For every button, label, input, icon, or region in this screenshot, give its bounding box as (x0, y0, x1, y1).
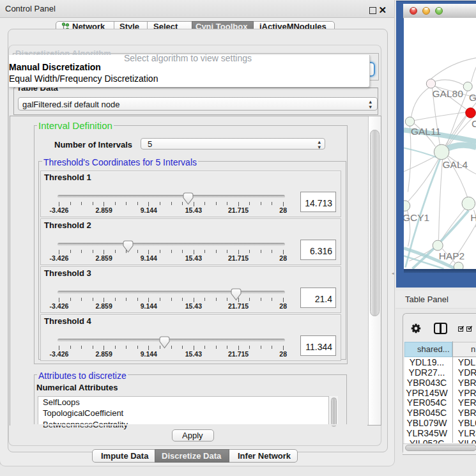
svg-text:HIS4: HIS4 (470, 211, 476, 222)
svg-text:GAL11: GAL11 (410, 126, 440, 137)
svg-text:GAL4: GAL4 (442, 158, 468, 169)
svg-text:GCY1: GCY1 (404, 211, 429, 222)
svg-text:GAL80: GAL80 (432, 88, 463, 98)
svg-text:HAP2: HAP2 (438, 250, 464, 261)
svg-text:CDC6: CDC6 (472, 118, 476, 128)
svg-text:GAL2: GAL2 (469, 92, 476, 103)
